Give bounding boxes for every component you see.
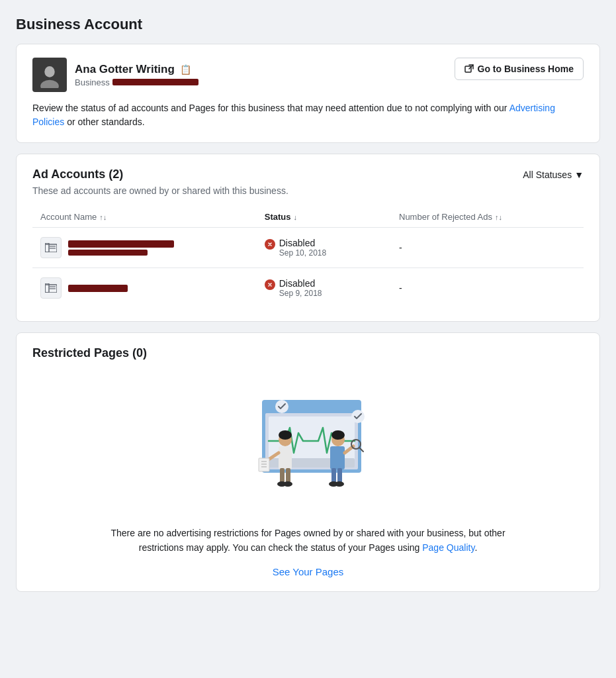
business-info: Ana Gotter Writing 📋 Business	[32, 58, 198, 92]
svg-point-41	[331, 430, 345, 440]
table-header: Account Name ↑↓ Status ↓ Number of Rejec…	[32, 207, 584, 228]
svg-rect-33	[330, 446, 345, 469]
status-cell-2: Disabled Sep 9, 2018	[265, 278, 399, 298]
avatar	[32, 58, 67, 92]
table-row: Disabled Sep 10, 2018 -	[32, 228, 584, 268]
status-date-1: Sep 10, 2018	[279, 248, 326, 258]
business-subtitle: Business	[75, 77, 198, 87]
svg-point-25	[283, 481, 292, 487]
svg-rect-23	[286, 468, 290, 483]
account-cell-1	[40, 237, 265, 258]
svg-rect-35	[337, 468, 342, 483]
account-cell-2	[40, 277, 265, 299]
account-icon-1	[40, 237, 62, 258]
table-row: Disabled Sep 9, 2018 -	[32, 268, 584, 308]
rejected-count-1: -	[399, 242, 578, 253]
redacted-account-name-1	[68, 240, 174, 248]
restricted-pages-illustration	[209, 380, 408, 512]
illustration-container	[32, 360, 584, 526]
briefcase-icon: 📋	[180, 64, 191, 75]
svg-rect-27	[259, 458, 269, 471]
account-icon-2	[40, 277, 62, 299]
redacted-account-name-2	[68, 285, 128, 292]
sort-icon-rejected[interactable]: ↑↓	[495, 213, 502, 221]
redacted-business-id	[112, 79, 198, 85]
disabled-icon-1	[265, 239, 275, 250]
svg-rect-34	[331, 468, 336, 483]
business-header: Ana Gotter Writing 📋 Business Go to Busi…	[32, 58, 584, 92]
go-to-business-home-button[interactable]: Go to Business Home	[455, 58, 584, 80]
all-statuses-filter[interactable]: All Statuses ▼	[523, 170, 584, 180]
rejected-count-2: -	[399, 283, 578, 293]
sort-icon-status[interactable]: ↓	[293, 213, 297, 221]
col-status: Status ↓	[265, 212, 399, 222]
business-info-card: Ana Gotter Writing 📋 Business Go to Busi…	[16, 44, 600, 143]
business-name-row: Ana Gotter Writing 📋	[75, 63, 198, 76]
status-label-1: Disabled	[279, 238, 326, 248]
account-name-block-2	[68, 285, 128, 292]
review-text: Review the status of ad accounts and Pag…	[32, 101, 584, 129]
business-name: Ana Gotter Writing	[75, 63, 175, 76]
restricted-pages-title: Restricted Pages (0)	[32, 346, 584, 360]
business-text: Ana Gotter Writing 📋 Business	[75, 63, 198, 87]
redacted-account-id-1	[68, 250, 148, 256]
ad-accounts-card: Ad Accounts (2) All Statuses ▼ These ad …	[16, 154, 600, 322]
col-rejected-ads: Number of Rejected Ads ↑↓	[399, 212, 578, 222]
col-account-name: Account Name ↑↓	[40, 212, 265, 222]
disabled-icon-2	[265, 279, 275, 290]
restricted-pages-description: There are no advertising restrictions fo…	[110, 526, 507, 556]
ad-accounts-subtitle: These ad accounts are owned by or shared…	[32, 185, 584, 196]
ad-accounts-header: Ad Accounts (2) All Statuses ▼	[32, 168, 584, 181]
svg-point-31	[279, 430, 292, 440]
external-link-icon	[464, 64, 474, 73]
svg-rect-22	[280, 468, 285, 483]
page-quality-link[interactable]: Page Quality	[422, 542, 474, 553]
ad-accounts-title: Ad Accounts (2)	[32, 168, 123, 181]
page-title: Business Account	[16, 16, 600, 33]
see-your-pages-link[interactable]: See Your Pages	[273, 566, 344, 577]
svg-point-1	[44, 66, 54, 77]
status-cell-1: Disabled Sep 10, 2018	[265, 238, 399, 258]
svg-rect-21	[279, 446, 292, 469]
chevron-down-icon: ▼	[574, 170, 584, 180]
see-pages-container: See Your Pages	[32, 566, 584, 578]
svg-point-37	[335, 481, 344, 487]
status-info-1: Disabled Sep 10, 2018	[279, 238, 326, 258]
restricted-pages-card: Restricted Pages (0)	[16, 332, 600, 592]
status-date-2: Sep 9, 2018	[279, 289, 322, 298]
status-info-2: Disabled Sep 9, 2018	[279, 278, 322, 298]
account-name-block-1	[68, 240, 174, 256]
sort-icon-account[interactable]: ↑↓	[99, 213, 107, 221]
status-label-2: Disabled	[279, 278, 322, 289]
